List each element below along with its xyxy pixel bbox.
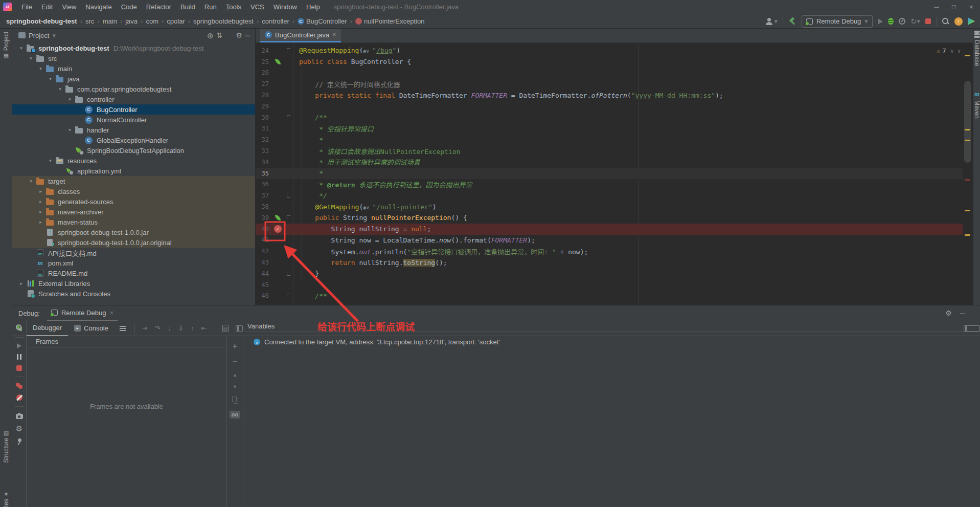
fold-marker-icon[interactable]: [284, 112, 292, 123]
step-out-icon[interactable]: ↑: [191, 325, 194, 332]
tree-item-generated-sources[interactable]: ▸generated-sources: [12, 196, 255, 207]
code-line-44[interactable]: 44 }: [256, 268, 963, 279]
analysis-mark[interactable]: [965, 129, 970, 130]
tree-item-springboot-debug-test-1.0.0.jar[interactable]: springboot-debug-test-1.0.0.jar: [12, 227, 255, 237]
tree-item-springboot-debug-test[interactable]: ▾springboot-debug-testD:\Work\springboot…: [12, 43, 255, 53]
tree-item-src[interactable]: ▾src: [12, 53, 255, 63]
breadcrumb-item-BugController[interactable]: CBugController: [298, 17, 347, 25]
ide-promo-icon[interactable]: [968, 17, 975, 25]
update-notification-icon[interactable]: ↑: [954, 17, 963, 26]
menu-edit[interactable]: Edit: [37, 3, 57, 11]
chevron-down-icon[interactable]: ▾: [26, 179, 36, 184]
chevron-right-icon[interactable]: ▸: [16, 281, 26, 286]
chevron-down-icon[interactable]: ▾: [26, 56, 36, 61]
spring-bean-gutter-icon[interactable]: [271, 212, 284, 224]
evaluate-expression-icon[interactable]: [222, 325, 229, 332]
build-hammer-icon[interactable]: [788, 17, 796, 26]
tree-item-README.md[interactable]: MDREADME.md: [12, 268, 255, 278]
chevron-down-icon[interactable]: ▾: [45, 158, 55, 163]
code-line-35[interactable]: 35 *: [256, 168, 963, 179]
chevron-down-icon[interactable]: ▾: [52, 32, 56, 39]
breadcrumb-item-nullPointerException[interactable]: nullPointerException: [355, 17, 425, 25]
scrollbar-thumb[interactable]: [964, 81, 971, 163]
close-button[interactable]: ×: [963, 1, 980, 14]
debug-gear-icon[interactable]: ⚙: [16, 425, 22, 432]
tree-item-maven-archiver[interactable]: ▸maven-archiver: [12, 207, 255, 217]
tab-bugcontroller[interactable]: C BugController.java ×: [260, 29, 341, 42]
breadcrumb-item-java[interactable]: java: [125, 17, 138, 25]
stop-debug-button[interactable]: [16, 365, 22, 371]
camera-icon[interactable]: [16, 414, 23, 419]
view-breakpoints-icon[interactable]: [16, 383, 20, 387]
collapse-all-icon[interactable]: ⇅: [216, 32, 222, 39]
tool-stripe-favorites[interactable]: ★ Favorites: [0, 492, 12, 507]
chevron-right-icon[interactable]: ▸: [36, 189, 45, 194]
code-line-27[interactable]: 27 // 定义统一的时间格式化器: [256, 78, 963, 90]
code-line-24[interactable]: 24@RequestMapping(◉∨ "/bug"): [256, 45, 963, 56]
fold-marker-icon[interactable]: [284, 212, 292, 224]
code-line-45[interactable]: 45: [256, 279, 963, 291]
tab-console[interactable]: ▸ Console: [68, 321, 115, 336]
run-config-select[interactable]: Remote Debug ▾: [802, 15, 873, 28]
fold-marker-icon[interactable]: [284, 190, 292, 201]
tool-stripe-project[interactable]: Project ▦: [0, 32, 12, 58]
add-watch-icon[interactable]: +: [233, 342, 237, 350]
tree-item-NormalController[interactable]: CNormalController: [12, 115, 255, 125]
tree-item-GlobalExceptionHandler[interactable]: CGlobalExceptionHandler: [12, 135, 255, 145]
tree-item-External Libraries[interactable]: ▸External Libraries: [12, 278, 255, 289]
tree-item-classes[interactable]: ▸classes: [12, 186, 255, 196]
chevron-right-icon[interactable]: ▸: [36, 209, 45, 214]
stream-debugger-icon[interactable]: [236, 325, 243, 332]
menu-tools[interactable]: Tools: [221, 3, 246, 11]
show-watches-icon[interactable]: oo: [230, 411, 240, 418]
code-line-46[interactable]: 46 /**: [256, 291, 963, 302]
move-up-icon[interactable]: ▲: [233, 373, 237, 378]
pause-button[interactable]: [17, 354, 18, 360]
fold-marker-icon[interactable]: [284, 291, 292, 302]
menu-vcs[interactable]: VCS: [246, 3, 269, 11]
rerun-attach-button[interactable]: ↻ ▾: [910, 17, 920, 25]
tree-item-target[interactable]: ▾target: [12, 176, 255, 186]
code-line-28[interactable]: 28 private static final DateTimeFormatte…: [256, 90, 963, 101]
code-line-36[interactable]: 36 * @return 永远不会执行到这里，因为会抛出异常: [256, 179, 963, 190]
duplicate-icon[interactable]: [232, 396, 237, 402]
tab-debugger[interactable]: Debugger: [27, 321, 68, 336]
code-line-33[interactable]: 33 * 该接口会故意抛出NullPointerException: [256, 145, 963, 157]
breakpoint-icon[interactable]: ✓: [271, 224, 284, 235]
chevron-down-icon[interactable]: ▾: [16, 46, 26, 51]
tree-item-handler[interactable]: ▾handler: [12, 125, 255, 135]
run-to-cursor-icon[interactable]: ⇤: [201, 325, 207, 332]
breadcrumb-item-springboot-debug-test[interactable]: springboot-debug-test: [6, 17, 77, 25]
code-line-34[interactable]: 34 * 用于测试空指针异常的调试场景: [256, 157, 963, 168]
tree-item-Scratches and Consoles[interactable]: Scratches and Consoles: [12, 289, 255, 299]
chevron-right-icon[interactable]: ▸: [36, 199, 45, 204]
mute-breakpoints-icon[interactable]: [16, 394, 22, 401]
tree-item-java[interactable]: ▾java: [12, 74, 255, 84]
code-line-32[interactable]: 32 *: [256, 134, 963, 145]
close-session-icon[interactable]: ×: [109, 310, 113, 316]
minimize-button[interactable]: ─: [928, 1, 945, 14]
analysis-mark[interactable]: [965, 234, 970, 236]
hide-debug-panel-icon[interactable]: ─: [960, 310, 965, 317]
chevron-right-icon[interactable]: ▸: [36, 219, 45, 225]
gear-icon[interactable]: ⚙: [236, 32, 242, 39]
show-execution-point-icon[interactable]: ⇥: [142, 325, 148, 332]
tree-item-application.yml[interactable]: application.yml: [12, 166, 255, 176]
profiler-button[interactable]: [899, 18, 905, 25]
pin-icon[interactable]: [16, 438, 23, 445]
tree-item-API接口文档.md[interactable]: MDAPI接口文档.md: [12, 248, 255, 258]
tree-item-pom.xml[interactable]: mpom.xml: [12, 258, 255, 268]
menu-help[interactable]: Help: [302, 3, 325, 11]
code-line-37[interactable]: 37 */: [256, 190, 963, 201]
close-tab-icon[interactable]: ×: [332, 32, 336, 38]
run-button[interactable]: [878, 18, 883, 25]
fold-marker-icon[interactable]: [284, 268, 292, 279]
analysis-mark[interactable]: [965, 140, 970, 141]
code-line-26[interactable]: 26: [256, 68, 963, 79]
tree-item-BugController[interactable]: CBugController: [12, 104, 255, 115]
code-line-29[interactable]: 29: [256, 101, 963, 112]
spring-bean-gutter-icon[interactable]: [271, 56, 284, 68]
menu-run[interactable]: Run: [200, 3, 221, 11]
menu-view[interactable]: View: [57, 3, 81, 11]
select-opened-file-icon[interactable]: ⊕: [207, 32, 214, 39]
